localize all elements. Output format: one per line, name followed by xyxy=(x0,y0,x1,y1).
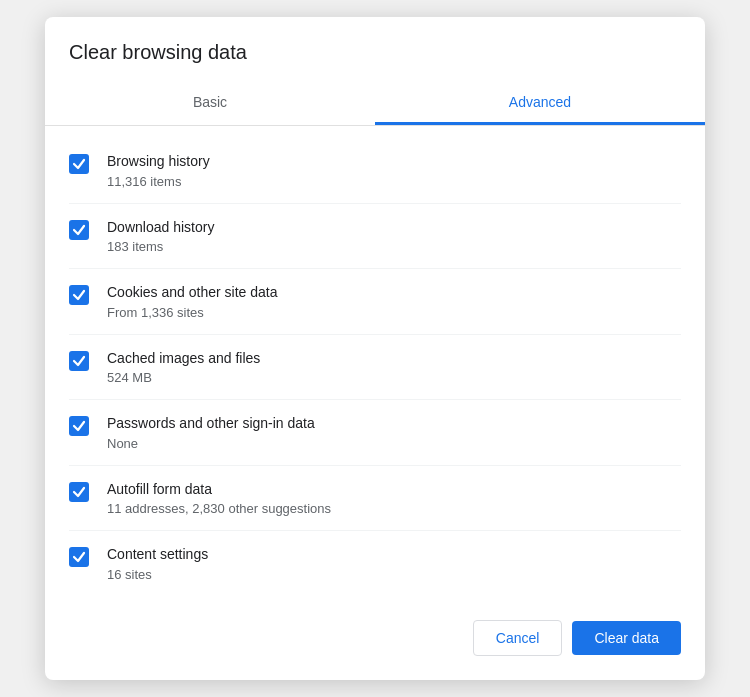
cancel-button[interactable]: Cancel xyxy=(473,620,563,656)
clear-data-button[interactable]: Clear data xyxy=(572,621,681,655)
checkbox-autofill[interactable] xyxy=(69,482,89,502)
checkbox-browsing-history[interactable] xyxy=(69,154,89,174)
list-item[interactable]: Cookies and other site data From 1,336 s… xyxy=(69,269,681,334)
list-item[interactable]: Autofill form data 11 addresses, 2,830 o… xyxy=(69,466,681,531)
list-item[interactable]: Content settings 16 sites xyxy=(69,531,681,595)
tab-advanced[interactable]: Advanced xyxy=(375,80,705,125)
clear-browsing-data-dialog: Clear browsing data Basic Advanced Brows… xyxy=(45,17,705,679)
dialog-footer: Cancel Clear data xyxy=(45,604,705,660)
checkbox-content-settings[interactable] xyxy=(69,547,89,567)
list-item[interactable]: Browsing history 11,316 items xyxy=(69,138,681,203)
tab-basic[interactable]: Basic xyxy=(45,80,375,125)
items-list: Browsing history 11,316 items Download h… xyxy=(45,134,705,603)
dialog-title: Clear browsing data xyxy=(45,41,705,80)
checkbox-cached-images[interactable] xyxy=(69,351,89,371)
checkbox-passwords[interactable] xyxy=(69,416,89,436)
tabs-container: Basic Advanced xyxy=(45,80,705,126)
list-item[interactable]: Download history 183 items xyxy=(69,204,681,269)
list-item[interactable]: Passwords and other sign-in data None xyxy=(69,400,681,465)
checkbox-download-history[interactable] xyxy=(69,220,89,240)
list-item[interactable]: Cached images and files 524 MB xyxy=(69,335,681,400)
checkbox-cookies[interactable] xyxy=(69,285,89,305)
